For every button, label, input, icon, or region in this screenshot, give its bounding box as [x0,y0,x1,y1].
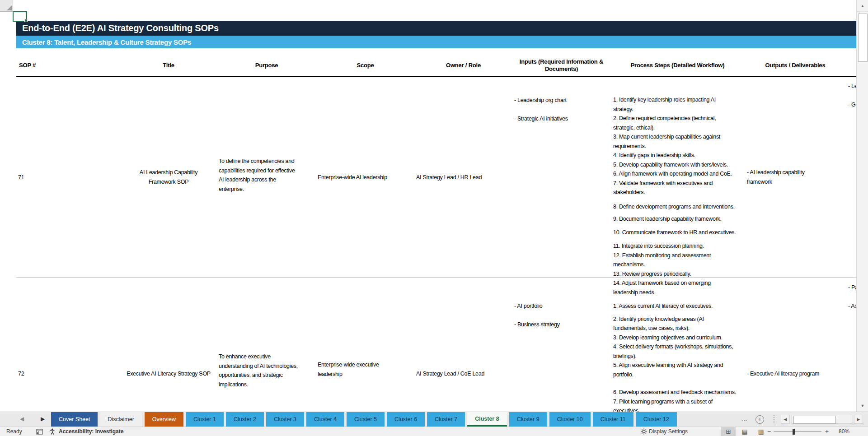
page-layout-view-icon[interactable]: ▤ [737,427,752,436]
cell-owner[interactable]: AI Strategy Lead / HR Lead [416,173,482,182]
col-header-sop[interactable]: SOP # [16,55,102,76]
page-break-view-icon[interactable]: ▥ [754,427,768,436]
tab-divider [774,415,774,423]
accessibility-icon [49,428,56,435]
hscroll-right-icon[interactable]: ▶ [854,415,863,424]
sheet-tab[interactable]: Cluster 9 [509,412,547,427]
excel-window: End-to-End (E2E) AI Strategy Consulting … [0,0,868,436]
column-headers [0,0,856,11]
cell-title[interactable]: Executive AI Literacy Strategy SOP [120,369,217,379]
sheet-tab[interactable]: Cluster 11 [593,412,633,427]
zoom-slider-thumb[interactable] [793,429,795,435]
row-headers [0,0,13,412]
col-header-purpose[interactable]: Purpose [217,55,316,76]
process-step: 8. Define development programs and inter… [613,202,767,212]
zoom-out-button[interactable]: − [767,427,771,436]
sheet-tab[interactable]: Cluster 7 [427,412,465,427]
zoom-in-button[interactable]: + [825,427,829,436]
cell-title[interactable]: AI Leadership Capability Framework SOP [120,168,217,186]
input-item: - Strategic AI initiatives [514,114,609,124]
active-cell-selection[interactable] [13,11,27,22]
sheet-title-banner: End-to-End (E2E) AI Strategy Consulting … [16,21,856,36]
process-step: 7. Pilot learning programs with a subset… [613,397,767,412]
cell-sop-number[interactable]: 71 [18,173,24,182]
fill-handle[interactable] [24,19,28,22]
cell-owner[interactable]: AI Strategy Lead / CoE Lead [416,369,484,379]
horizontal-scrollbar-thumb[interactable] [793,416,836,424]
sheet-tab[interactable]: Cluster 1 [186,412,224,427]
process-step: 6. Align framework with operating model … [613,169,767,179]
process-step: 2. Define required competencies (technic… [613,114,767,132]
input-item: - Business strategy [514,320,609,329]
col-header-inputs[interactable]: Inputs (Required Information & Documents… [512,55,610,76]
horizontal-scrollbar[interactable] [792,415,852,424]
process-step: 10. Communicate framework to HR and exec… [613,228,767,237]
sheet-tab[interactable]: Cover Sheet [51,412,98,427]
worksheet-grid: End-to-End (E2E) AI Strategy Consulting … [0,0,868,412]
process-step: 3. Map current leadership capabilities a… [613,132,767,151]
zoom-slider-track[interactable] [774,431,821,432]
sheet-tab[interactable]: Cluster 4 [306,412,344,427]
sheet-tab[interactable]: Cluster 12 [636,412,677,427]
col-header-process[interactable]: Process Steps (Detailed Workflow) [610,55,745,76]
sheet-title: End-to-End (E2E) AI Strategy Consulting … [16,23,219,33]
cell-outputs[interactable]: - Executive AI literacy program [747,369,844,379]
truncated-text: - Pa [846,283,856,292]
sheet-tab[interactable]: Cluster 5 [347,412,385,427]
cell-process-steps[interactable]: 1. Identify key leadership roles impacti… [613,77,767,297]
hscroll-left-icon[interactable]: ◀ [781,415,790,424]
col-header-outputs[interactable]: Outputs / Deliverables [745,55,846,76]
tab-scroll-left-icon[interactable]: ◀ [20,416,24,422]
zoom-percentage[interactable]: 80% [839,427,849,436]
sheet-tab[interactable]: Cluster 6 [387,412,425,427]
scroll-up-icon[interactable]: ▲ [857,0,868,12]
process-step: 9. Document leadership capability framew… [613,214,767,224]
accessibility-status[interactable]: Accessibility: Investigate [49,427,123,436]
tab-scroll-right-icon[interactable]: ▶ [41,416,45,422]
sheet-tab[interactable]: Cluster 8 [467,412,507,427]
macro-record-icon[interactable] [36,427,43,436]
cell-inputs[interactable]: - AI portfolio- Business strategy [514,283,609,329]
truncated-next-column[interactable]: - Pa- As [846,283,856,337]
cell-scope[interactable]: Enterprise-wide AI leadership [318,173,387,182]
process-step: 3. Develop learning objectives and curri… [613,333,767,343]
process-step: 4. Identify gaps in leadership skills. [613,151,767,160]
process-step: 1. Identify key leadership roles impacti… [613,95,767,114]
normal-view-icon[interactable]: ⊞ [721,427,736,436]
truncated-next-column[interactable]: - Le- Ga [846,82,856,136]
process-step: 2. Identify priority knowledge areas (AI… [613,315,767,333]
cell-purpose[interactable]: To define the competencies and capabilit… [219,157,314,194]
cell-inputs[interactable]: - Leadership org chart- Strategic AI ini… [514,77,609,123]
vertical-scrollbar[interactable]: ▲ ▼ [856,0,868,412]
sheet-tab[interactable]: Disclaimer [100,412,142,427]
col-header-owner[interactable]: Owner / Role [414,55,512,76]
new-sheet-button[interactable]: + [755,415,764,424]
display-settings-button[interactable]: Display Settings [641,427,688,436]
cell-process-steps[interactable]: 1. Assess current AI literacy of executi… [613,283,767,412]
vertical-scrollbar-thumb[interactable] [858,14,868,62]
process-step: 13. Review progress periodically. [613,269,767,279]
process-step: 5. Develop capability framework with tie… [613,160,767,170]
scroll-down-icon[interactable]: ▼ [857,400,868,411]
cluster-subtitle: Cluster 8: Talent, Leadership & Culture … [16,38,191,46]
cluster-subtitle-banner: Cluster 8: Talent, Leadership & Culture … [16,36,856,48]
process-step: 1. Assess current AI literacy of executi… [613,301,767,311]
cell-scope[interactable]: Enterprise-wide executive leadership [318,360,379,379]
sheet-tab[interactable]: Cluster 2 [226,412,264,427]
cell-sop-number[interactable]: 72 [18,369,24,379]
input-item: - AI portfolio [514,301,609,311]
col-header-title[interactable]: Title [120,55,217,76]
cell-outputs[interactable]: - AI leadership capability framework [747,168,844,186]
more-sheets-button[interactable]: … [741,415,747,422]
sheet-tab[interactable]: Overview [145,412,183,427]
col-header-scope[interactable]: Scope [316,55,414,76]
cell-purpose[interactable]: To enhance executive understanding of AI… [219,352,314,389]
zoom-slider-notch [800,430,800,433]
process-step: 11. Integrate into succession planning. [613,241,767,251]
gear-icon [641,428,647,435]
sheet-tab[interactable]: Cluster 10 [549,412,591,427]
sheet-tab-bar: ◀ ▶ Cover SheetDisclaimerOverviewCluster… [0,412,868,427]
status-bar: Ready Accessibility: Investigate Display… [0,427,868,436]
process-step: 12. Establish monitoring and assessment … [613,251,767,269]
sheet-tab[interactable]: Cluster 3 [266,412,304,427]
